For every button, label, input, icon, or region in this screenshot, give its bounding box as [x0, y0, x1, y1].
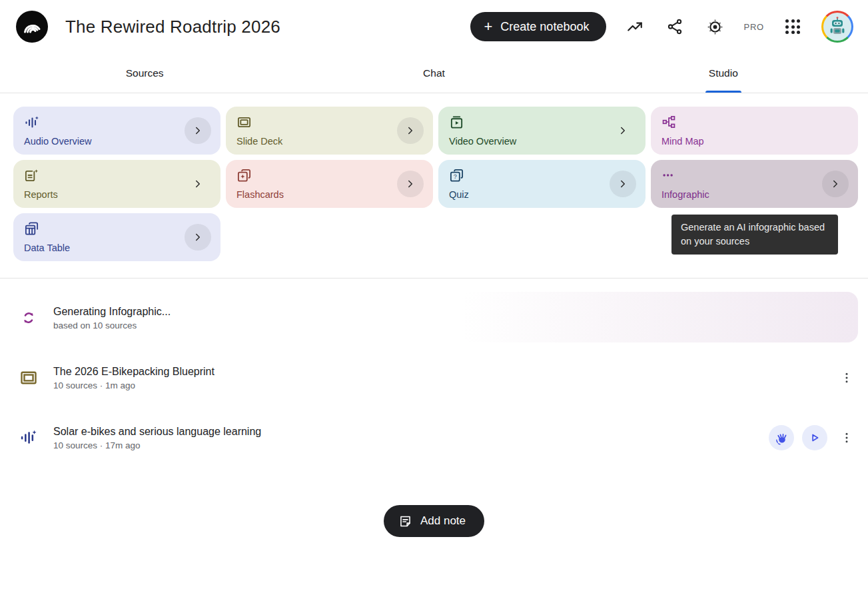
studio-card-label: Flashcards: [236, 189, 284, 200]
ellipsis-loading-icon: [661, 168, 676, 183]
notebook-title[interactable]: The Rewired Roadtrip 2026: [65, 17, 280, 37]
studio-card-label: Reports: [24, 189, 58, 200]
tab-studio[interactable]: Studio: [579, 53, 868, 93]
artifact-subtitle: 10 sources · 1m ago: [53, 380, 215, 390]
chevron-right-icon[interactable]: [610, 171, 636, 197]
studio-card-label: Infographic: [661, 189, 709, 200]
tab-chat[interactable]: Chat: [289, 53, 578, 93]
chevron-right-icon[interactable]: [397, 171, 424, 197]
mind-map-icon: [661, 115, 676, 129]
chevron-right-icon[interactable]: [185, 224, 211, 251]
artifact-subtitle: 10 sources · 17m ago: [53, 440, 261, 450]
share-icon[interactable]: [663, 15, 686, 38]
studio-card-label: Quiz: [449, 189, 469, 200]
add-note-button[interactable]: Add note: [384, 505, 484, 537]
audio-waveform-icon: [24, 115, 40, 131]
chevron-right-icon[interactable]: [185, 117, 211, 144]
main-tabbar: Sources Chat Studio: [0, 53, 868, 93]
reports-icon: [24, 168, 39, 183]
avatar-robot-image: [823, 13, 851, 41]
slide-deck-icon: [236, 115, 252, 130]
play-icon: [808, 431, 821, 444]
play-audio-button[interactable]: [802, 425, 827, 450]
artifacts-list: Generating Infographic... based on 10 so…: [0, 279, 868, 468]
artifact-row-audio-overview[interactable]: Solar e-bikes and serious language learn…: [13, 408, 858, 468]
studio-card-label: Mind Map: [661, 136, 704, 147]
add-note-label: Add note: [420, 514, 466, 528]
create-notebook-button[interactable]: + Create notebook: [470, 12, 606, 41]
interactive-mode-button[interactable]: [769, 425, 794, 450]
studio-card-quiz[interactable]: ? Quiz: [438, 160, 646, 208]
note-icon: [398, 514, 412, 528]
video-overview-icon: [449, 115, 464, 130]
apps-grid-icon[interactable]: [781, 15, 804, 38]
artifact-title: Solar e-bikes and serious language learn…: [53, 426, 261, 438]
notebooklm-studio-page: { "header": { "notebook_title": "The Rew…: [0, 0, 868, 591]
footer-bar: Add note: [0, 505, 868, 537]
artifact-subtitle: based on 10 sources: [53, 320, 171, 330]
more-options-icon[interactable]: [835, 426, 858, 449]
studio-card-slide-deck[interactable]: Slide Deck: [226, 107, 433, 155]
chevron-right-icon[interactable]: [185, 171, 211, 197]
data-table-icon: [24, 221, 39, 237]
studio-card-audio-overview[interactable]: Audio Overview: [13, 107, 220, 155]
studio-card-reports[interactable]: Reports: [13, 160, 220, 208]
studio-card-infographic[interactable]: Infographic: [651, 160, 858, 208]
studio-card-label: Audio Overview: [24, 136, 92, 147]
studio-card-label: Data Table: [24, 243, 70, 253]
waving-hand-icon: [774, 430, 789, 445]
flashcards-icon: [236, 168, 252, 183]
generating-shimmer: [461, 292, 858, 342]
user-avatar[interactable]: [821, 11, 853, 43]
plus-icon: +: [484, 19, 492, 34]
artifact-title: The 2026 E-Bikepacking Blueprint: [53, 366, 215, 378]
tab-sources[interactable]: Sources: [0, 53, 289, 93]
quiz-icon: ?: [449, 168, 464, 183]
studio-card-label: Slide Deck: [236, 136, 282, 147]
header-actions: + Create notebook PRO: [470, 11, 853, 43]
studio-card-video-overview[interactable]: Video Overview: [438, 107, 646, 155]
artifact-title: Generating Infographic...: [53, 306, 171, 318]
settings-gear-icon[interactable]: [703, 15, 726, 38]
audio-waveform-icon: [13, 428, 44, 447]
infographic-tooltip: Generate an AI infographic based on your…: [671, 215, 838, 255]
chevron-right-icon[interactable]: [397, 117, 424, 144]
chevron-right-icon[interactable]: [610, 117, 636, 144]
artifact-row-generating-infographic[interactable]: Generating Infographic... based on 10 so…: [13, 288, 858, 348]
svg-text:?: ?: [454, 173, 457, 180]
chevron-right-icon[interactable]: [822, 171, 849, 197]
app-header: The Rewired Roadtrip 2026 + Create noteb…: [0, 0, 868, 53]
artifact-row-slide-deck[interactable]: The 2026 E-Bikepacking Blueprint 10 sour…: [13, 348, 858, 408]
studio-card-mind-map[interactable]: Mind Map: [651, 107, 858, 155]
sync-generating-icon: [13, 309, 44, 326]
more-options-icon[interactable]: [835, 366, 858, 389]
create-notebook-label: Create notebook: [500, 20, 589, 34]
studio-card-flashcards[interactable]: Flashcards: [226, 160, 433, 208]
pro-badge: PRO: [743, 22, 764, 32]
analytics-trending-icon[interactable]: [624, 15, 646, 38]
notebooklm-logo-icon[interactable]: [16, 11, 48, 43]
slide-deck-icon: [13, 368, 44, 387]
studio-card-label: Video Overview: [449, 136, 516, 147]
studio-card-data-table[interactable]: Data Table: [13, 213, 220, 261]
